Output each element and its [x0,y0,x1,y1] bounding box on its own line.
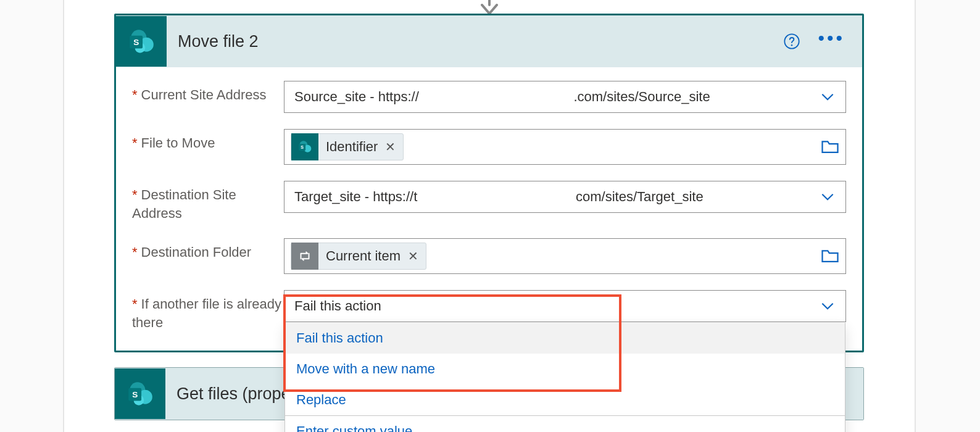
help-icon[interactable] [783,33,800,50]
file-to-move-input[interactable]: S Identifier ✕ [284,129,846,165]
chevron-down-icon [820,89,836,105]
svg-text:S: S [133,38,139,47]
label-destination-folder: *Destination Folder [132,238,284,262]
flow-arrow-down-icon [477,0,502,15]
sharepoint-icon: S [116,16,167,67]
conflict-option[interactable]: Move with a new name [285,354,845,384]
destination-folder-input[interactable]: Current item ✕ [284,238,846,274]
svg-text:S: S [301,145,304,149]
token-remove-icon[interactable]: ✕ [384,139,403,154]
action-card-move-file: S Move file 2 ••• *Current Site Address [114,14,864,352]
action-card-header[interactable]: S Move file 2 ••• [116,15,862,67]
token-identifier[interactable]: S Identifier ✕ [291,133,404,160]
label-conflict-behavior: *If another file is already there [132,290,284,331]
sharepoint-small-icon: S [291,133,318,160]
chevron-down-icon [820,189,836,205]
folder-picker-icon[interactable] [821,248,839,264]
chevron-down-icon [820,298,836,314]
token-remove-icon[interactable]: ✕ [407,249,426,264]
svg-text:S: S [132,390,138,399]
current-site-dropdown[interactable]: Source_site - https:// .com/sites/Source… [284,81,846,113]
label-current-site: *Current Site Address [132,81,284,104]
conflict-option[interactable]: Fail this action [285,323,845,354]
conflict-option[interactable]: Replace [285,384,845,415]
action-title: Move file 2 [178,32,783,51]
sharepoint-icon: S [115,368,165,419]
svg-point-6 [791,44,793,46]
action-menu-button[interactable]: ••• [818,35,845,48]
label-file-to-move: *File to Move [132,129,284,152]
token-current-item[interactable]: Current item ✕ [291,243,426,270]
destination-site-dropdown[interactable]: Target_site - https://t com/sites/Target… [284,181,846,213]
label-destination-site: *Destination Site Address [132,181,284,222]
folder-picker-icon[interactable] [821,139,839,155]
conflict-dropdown[interactable]: Fail this action Fail this action Move w… [284,290,846,322]
loop-icon [291,243,318,270]
conflict-dropdown-list: Fail this action Move with a new name Re… [284,323,845,432]
conflict-custom-value[interactable]: Enter custom value [285,416,845,432]
